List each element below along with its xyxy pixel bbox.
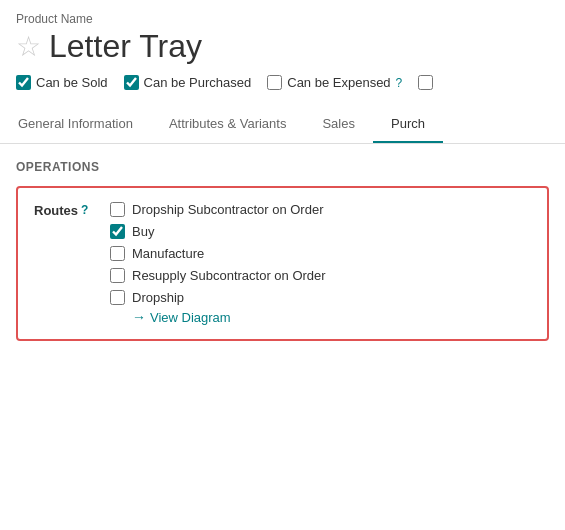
operations-box: Routes ? Dropship Subcontractor on Order…: [16, 186, 549, 341]
can-be-purchased-label: Can be Purchased: [144, 75, 252, 90]
routes-list: Dropship Subcontractor on Order Buy Manu…: [110, 202, 531, 305]
route-buy[interactable]: Buy: [110, 224, 531, 239]
routes-container: Dropship Subcontractor on Order Buy Manu…: [110, 202, 531, 325]
can-be-expensed-label: Can be Expensed: [287, 75, 390, 90]
route-dropship[interactable]: Dropship: [110, 290, 531, 305]
tab-content: OPERATIONS Routes ? Dropship Subcontract…: [0, 144, 565, 357]
view-diagram-link[interactable]: → View Diagram: [110, 309, 531, 325]
tabs-row: General Information Attributes & Variant…: [0, 106, 565, 144]
product-title-row: ☆ Letter Tray: [16, 28, 549, 65]
route-resupply-subcontractor[interactable]: Resupply Subcontractor on Order: [110, 268, 531, 283]
can-be-expensed-checkbox[interactable]: Can be Expensed ?: [267, 75, 402, 90]
can-be-sold-checkbox[interactable]: Can be Sold: [16, 75, 108, 90]
can-be-sold-label: Can be Sold: [36, 75, 108, 90]
expensed-help-icon[interactable]: ?: [396, 76, 403, 90]
operations-section-title: OPERATIONS: [16, 160, 549, 174]
tab-attributes-variants[interactable]: Attributes & Variants: [151, 106, 305, 143]
tab-general-information[interactable]: General Information: [0, 106, 151, 143]
can-be-purchased-checkbox[interactable]: Can be Purchased: [124, 75, 252, 90]
checkboxes-row: Can be Sold Can be Purchased Can be Expe…: [16, 75, 549, 90]
product-header: Product Name ☆ Letter Tray Can be Sold C…: [0, 0, 565, 98]
route-dropship-checkbox[interactable]: [110, 290, 125, 305]
route-dropship-subcontractor[interactable]: Dropship Subcontractor on Order: [110, 202, 531, 217]
can-be-sold-input[interactable]: [16, 75, 31, 90]
product-title: Letter Tray: [49, 28, 202, 65]
arrow-right-icon: →: [132, 309, 146, 325]
route-resupply-sub-checkbox[interactable]: [110, 268, 125, 283]
can-be-purchased-input[interactable]: [124, 75, 139, 90]
route-dropship-sub-checkbox[interactable]: [110, 202, 125, 217]
route-buy-checkbox[interactable]: [110, 224, 125, 239]
can-be-expensed-input[interactable]: [267, 75, 282, 90]
favorite-icon[interactable]: ☆: [16, 33, 41, 61]
product-name-label: Product Name: [16, 12, 549, 26]
route-manufacture[interactable]: Manufacture: [110, 246, 531, 261]
view-diagram-label: View Diagram: [150, 310, 231, 325]
routes-help-icon[interactable]: ?: [81, 203, 88, 217]
tab-sales[interactable]: Sales: [304, 106, 373, 143]
tab-purchase[interactable]: Purch: [373, 106, 443, 143]
route-manufacture-checkbox[interactable]: [110, 246, 125, 261]
routes-label: Routes ?: [34, 202, 94, 325]
extra-checkbox[interactable]: [418, 75, 433, 90]
